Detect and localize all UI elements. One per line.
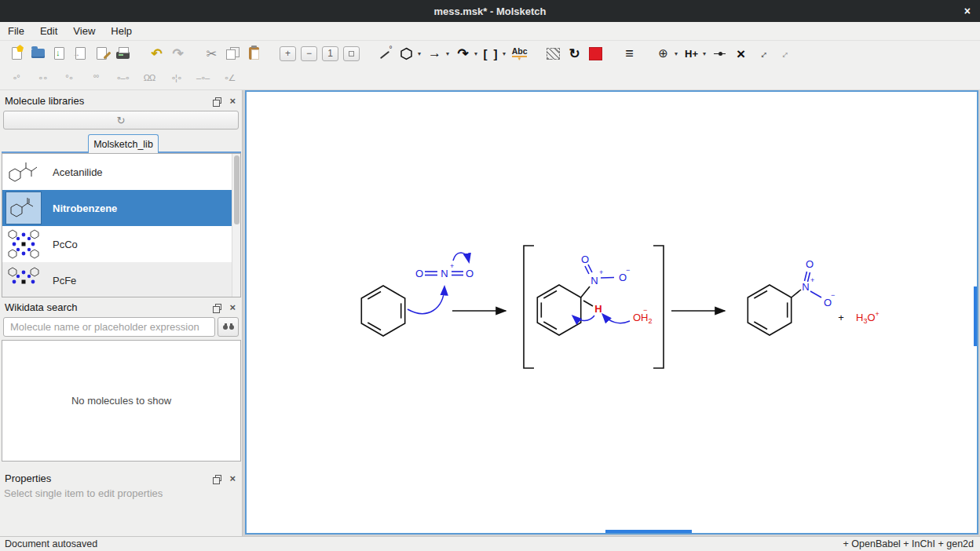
- hydronium-ion[interactable]: H3O+: [856, 310, 879, 325]
- svg-text:O: O: [581, 254, 589, 265]
- reaction-arrow-button[interactable]: →: [424, 43, 445, 64]
- rotate-tool-button[interactable]: ↻: [564, 43, 585, 64]
- export-file-button[interactable]: [91, 43, 112, 64]
- list-item-pcfe[interactable]: PcFe: [2, 262, 240, 297]
- delete-icon: ×: [737, 46, 745, 61]
- undo-button[interactable]: ↶: [146, 43, 167, 64]
- zoom-reset-button[interactable]: 1: [320, 43, 341, 64]
- delete-tool-button[interactable]: ×: [730, 43, 751, 64]
- list-item-label: PcFe: [53, 275, 76, 286]
- align-tool-8-button[interactable]: –∘–: [193, 70, 212, 86]
- left-bracket[interactable]: [524, 246, 534, 368]
- canvas-vertical-scrollbar[interactable]: [974, 286, 977, 346]
- copy-button[interactable]: [222, 43, 243, 64]
- cut-button[interactable]: ✂: [201, 43, 222, 64]
- mechanism-dropdown-icon[interactable]: ▾: [474, 50, 477, 57]
- print-icon: [116, 52, 130, 59]
- align-tool-5-button[interactable]: ∘–∘: [113, 70, 132, 86]
- ring-dropdown-icon[interactable]: ▾: [418, 50, 421, 57]
- paste-button[interactable]: [243, 43, 265, 64]
- charge-tool-button[interactable]: ⊕: [653, 43, 674, 64]
- align-tool-6-button[interactable]: ΩΩ: [140, 70, 159, 86]
- align-tool-4-button[interactable]: °°: [86, 70, 105, 86]
- close-panel-icon[interactable]: ×: [229, 473, 236, 483]
- refresh-libraries-button[interactable]: ↻: [3, 111, 239, 130]
- scrollbar-thumb[interactable]: [234, 155, 240, 224]
- list-item-pcco[interactable]: PcCo: [2, 226, 240, 262]
- menu-edit[interactable]: Edit: [32, 23, 65, 39]
- water-base[interactable]: OH2 −: [633, 306, 653, 325]
- library-scrollbar[interactable]: [232, 154, 240, 297]
- text-tool-icon: Abc ▾: [512, 46, 528, 60]
- import-file-button[interactable]: [70, 43, 91, 64]
- save-file-button[interactable]: ↓: [49, 43, 70, 64]
- status-bar: Document autosaved + OpenBabel + InChI +…: [0, 536, 980, 551]
- hydrogen-icon: H+: [685, 48, 698, 60]
- molecule-thumbnail: [5, 192, 42, 224]
- text-tool-button[interactable]: Abc ▾: [509, 43, 530, 64]
- arrow-dropdown-icon[interactable]: ▾: [446, 50, 449, 57]
- svg-text:+: +: [450, 262, 454, 270]
- list-item-nitrobenzene[interactable]: Nitrobenzene: [2, 190, 240, 226]
- color-swatch-button[interactable]: [585, 43, 606, 64]
- optimize-all-icon: ↔: [775, 45, 792, 61]
- mechanism-arrow-n-to-o[interactable]: [453, 253, 469, 261]
- open-file-button[interactable]: [27, 43, 49, 64]
- tab-molsketch-lib[interactable]: Molsketch_lib: [88, 134, 159, 153]
- new-file-button[interactable]: [6, 43, 27, 64]
- search-input[interactable]: [3, 317, 215, 337]
- optimize-tool-button[interactable]: ↔: [751, 43, 773, 64]
- align-tool-3-button[interactable]: °∘: [60, 70, 79, 86]
- hatch-tool-button[interactable]: [543, 43, 564, 64]
- hydrogen-tool-button[interactable]: H+: [681, 43, 702, 64]
- mechanism-arrow-button[interactable]: ↷: [452, 43, 474, 64]
- list-item-acetanilide[interactable]: Acetanilide: [2, 154, 240, 190]
- float-panel-icon[interactable]: [215, 304, 221, 310]
- zoom-in-button[interactable]: +: [277, 43, 298, 64]
- svg-text:N: N: [802, 281, 809, 293]
- mechanism-arrow-ring-to-n[interactable]: [408, 287, 444, 313]
- close-panel-icon[interactable]: ×: [229, 96, 236, 106]
- wikidata-results-area: No molecules to show: [2, 340, 241, 462]
- import-icon: [75, 47, 86, 60]
- right-bracket[interactable]: [653, 246, 664, 368]
- window-title: mess.msk* - Molsketch: [433, 5, 546, 17]
- alignment-toolbar: ∘° ∘∘ °∘ °° ∘–∘ ΩΩ ∘¦∘ –∘– ∘∠: [0, 66, 980, 90]
- float-panel-icon[interactable]: [215, 475, 221, 481]
- print-button[interactable]: [112, 43, 133, 64]
- ring-tool-button[interactable]: [396, 43, 417, 64]
- benzene-molecule[interactable]: [361, 286, 404, 336]
- align-tool-1-button[interactable]: ∘°: [6, 70, 25, 86]
- menu-file[interactable]: File: [0, 23, 32, 39]
- close-window-icon[interactable]: ×: [964, 5, 971, 17]
- menu-help[interactable]: Help: [103, 23, 140, 39]
- align-tool-9-button[interactable]: ∘∠: [220, 70, 239, 86]
- zoom-fit-icon: [343, 46, 360, 61]
- align-tool-7-button[interactable]: ∘¦∘: [166, 70, 185, 86]
- mechanism-arrow-h-to-ring[interactable]: [573, 316, 594, 321]
- nitrobenzene-product[interactable]: O N + O −: [748, 258, 835, 335]
- wikidata-panel-title: Wikidata search: [5, 301, 77, 313]
- zoom-out-button[interactable]: −: [298, 43, 320, 64]
- bracket-tool-button[interactable]: [ ]: [481, 43, 502, 64]
- redo-button[interactable]: ↷: [167, 43, 188, 64]
- canvas-horizontal-scrollbar[interactable]: [605, 530, 692, 533]
- nitronium-ion[interactable]: O N + O: [415, 262, 474, 279]
- line-width-button[interactable]: ≡: [619, 43, 640, 64]
- drawing-canvas[interactable]: O N + O: [245, 90, 978, 535]
- float-panel-icon[interactable]: [215, 97, 221, 104]
- title-bar[interactable]: mess.msk* - Molsketch ×: [0, 0, 980, 22]
- curved-arrow-icon: ↷: [457, 46, 468, 62]
- zoom-fit-button[interactable]: [341, 43, 362, 64]
- electron-tool-button[interactable]: [709, 43, 730, 64]
- align-tool-2-button[interactable]: ∘∘: [33, 70, 52, 86]
- optimize-all-tool-button[interactable]: ↔: [773, 43, 794, 64]
- close-panel-icon[interactable]: ×: [229, 302, 236, 312]
- mechanism-arrow-base-to-h[interactable]: [603, 315, 630, 323]
- bracket-dropdown-icon[interactable]: ▾: [503, 50, 506, 57]
- hydrogen-dropdown-icon[interactable]: ▾: [703, 50, 706, 57]
- charge-dropdown-icon[interactable]: ▾: [675, 50, 678, 57]
- menu-view[interactable]: View: [65, 23, 103, 39]
- search-button[interactable]: [218, 317, 239, 337]
- draw-bond-button[interactable]: [375, 43, 396, 64]
